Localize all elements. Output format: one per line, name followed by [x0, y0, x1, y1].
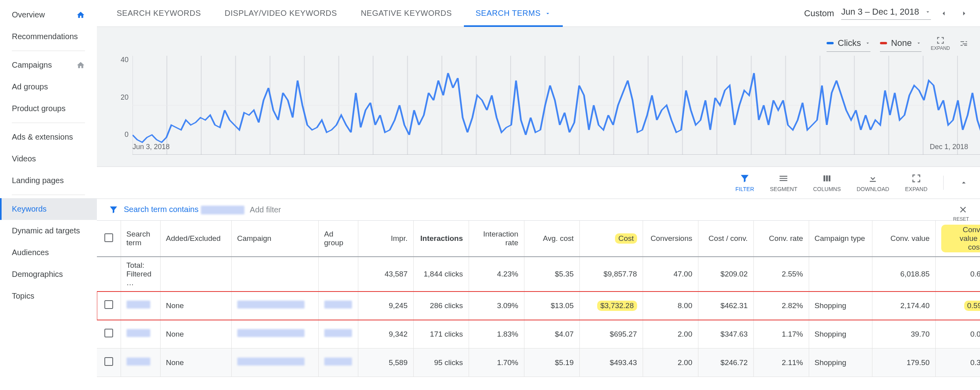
cell: $5.19 — [524, 348, 579, 377]
filter-chip[interactable]: Search term contains — [124, 205, 244, 214]
segment-icon — [778, 173, 789, 184]
table-row[interactable]: None 9,342 171 clicks 1.83% $4.07 $695.2… — [97, 320, 980, 348]
download-button[interactable]: DOWNLOAD — [857, 173, 889, 192]
header-added[interactable]: Added/Excluded — [160, 221, 231, 257]
cell: 8.00 — [643, 292, 698, 320]
tab-search-terms[interactable]: SEARCH TERMS — [464, 0, 563, 27]
next-period-button[interactable] — [956, 6, 972, 21]
cell: 179.50 — [872, 348, 935, 377]
sidebar-label: Ad groups — [12, 82, 48, 91]
tab-negative[interactable]: NEGATIVE KEYWORDS — [349, 0, 464, 27]
header-costconv[interactable]: Cost / conv. — [698, 221, 753, 257]
header-convvalcost[interactable]: Conv. value / cost — [935, 221, 980, 257]
tab-label: SEARCH TERMS — [476, 9, 541, 18]
metric-label: Clicks — [838, 38, 861, 48]
reset-label[interactable]: RESET — [953, 216, 969, 222]
table-row-total: Total: Filtered … 43,587 1,844 clicks 4.… — [97, 257, 980, 292]
header-cost[interactable]: Cost — [579, 221, 643, 257]
header-interactions[interactable]: Interactions — [413, 221, 469, 257]
sidebar-item-ads[interactable]: Ads & extensions — [0, 126, 97, 148]
chart-area: Clicks None EXPAND 40 — [97, 27, 980, 167]
sidebar-item-demographics[interactable]: Demographics — [0, 263, 97, 285]
sidebar-item-productgroups[interactable]: Product groups — [0, 98, 97, 119]
header-impr[interactable]: Impr. — [358, 221, 413, 257]
collapse-toolbar-button[interactable] — [959, 178, 968, 187]
segment-button[interactable]: SEGMENT — [770, 173, 797, 192]
series-swatch-icon — [880, 42, 887, 44]
cell-redacted — [318, 320, 358, 348]
header-irate[interactable]: Interaction rate — [469, 221, 524, 257]
cell: 0.61 — [935, 257, 980, 292]
metric-select-2[interactable]: None — [880, 35, 921, 52]
sidebar-item-audiences[interactable]: Audiences — [0, 242, 97, 263]
sidebar-item-campaigns[interactable]: Campaigns — [0, 54, 97, 76]
cell: None — [160, 348, 231, 377]
sidebar-item-overview[interactable]: Overview — [0, 4, 97, 26]
row-checkbox[interactable] — [97, 320, 121, 348]
sidebar-label: Product groups — [12, 104, 66, 113]
date-range-text: Jun 3 – Dec 1, 2018 — [841, 7, 919, 17]
table-row[interactable]: None 9,245 286 clicks 3.09% $13.05 $3,73… — [97, 292, 980, 320]
cell: $493.43 — [579, 348, 643, 377]
columns-icon — [822, 173, 832, 184]
cell: $695.27 — [579, 320, 643, 348]
caret-down-icon — [916, 40, 921, 46]
columns-button[interactable]: COLUMNS — [813, 173, 841, 192]
header-avgcost[interactable]: Avg. cost — [524, 221, 579, 257]
header-convval[interactable]: Conv. value — [872, 221, 935, 257]
cell-redacted — [121, 292, 160, 320]
header-adgroup[interactable]: Ad group — [318, 221, 358, 257]
home-icon — [76, 11, 85, 19]
metric-label: None — [891, 38, 912, 48]
cell: Shopping — [809, 348, 872, 377]
sliders-icon — [959, 39, 968, 48]
cell-redacted — [121, 348, 160, 377]
header-campaign[interactable]: Campaign — [231, 221, 318, 257]
sidebar-item-landing[interactable]: Landing pages — [0, 170, 97, 191]
header-convrate[interactable]: Conv. rate — [753, 221, 809, 257]
sidebar-label: Overview — [12, 10, 45, 19]
header-search-term[interactable]: Search term — [121, 221, 160, 257]
header-ctype[interactable]: Campaign type — [809, 221, 872, 257]
cell: $4.07 — [524, 320, 579, 348]
home-icon — [76, 61, 85, 70]
sidebar-item-dynamic[interactable]: Dynamic ad targets — [0, 220, 97, 242]
adjust-chart-button[interactable] — [959, 39, 968, 48]
cell: Shopping — [809, 320, 872, 348]
tab-search-keywords[interactable]: SEARCH KEYWORDS — [105, 0, 213, 27]
cell: $209.02 — [698, 257, 753, 292]
x-tick: Jun 3, 2018 — [132, 143, 170, 155]
table-row[interactable]: None 5,589 95 clicks 1.70% $5.19 $493.43… — [97, 348, 980, 377]
row-checkbox[interactable] — [97, 292, 121, 320]
cell: 2.55% — [753, 257, 809, 292]
prev-period-button[interactable] — [936, 6, 952, 21]
sidebar-label: Landing pages — [12, 176, 64, 185]
sidebar-item-keywords[interactable]: Keywords — [0, 198, 97, 220]
sidebar-item-topics[interactable]: Topics — [0, 285, 97, 307]
tabs-row: SEARCH KEYWORDS DISPLAY/VIDEO KEYWORDS N… — [97, 0, 980, 27]
main-content: SEARCH KEYWORDS DISPLAY/VIDEO KEYWORDS N… — [97, 0, 980, 377]
cell: $347.63 — [698, 320, 753, 348]
expand-icon — [936, 36, 945, 45]
chart-svg — [132, 56, 980, 155]
filter-button[interactable]: FILTER — [736, 173, 754, 192]
cell: 2.11% — [753, 348, 809, 377]
cell: 0.36 — [935, 348, 980, 377]
tab-display-video[interactable]: DISPLAY/VIDEO KEYWORDS — [213, 0, 349, 27]
header-conversions[interactable]: Conversions — [643, 221, 698, 257]
sidebar-item-videos[interactable]: Videos — [0, 148, 97, 170]
divider — [943, 176, 944, 190]
header-label: Cost — [615, 233, 637, 244]
date-range-picker[interactable]: Custom Jun 3 – Dec 1, 2018 — [804, 6, 972, 21]
sidebar-item-adgroups[interactable]: Ad groups — [0, 76, 97, 98]
expand-chart-button[interactable]: EXPAND — [931, 36, 950, 51]
row-checkbox[interactable] — [97, 348, 121, 377]
header-checkbox[interactable] — [97, 221, 121, 257]
add-filter-button[interactable]: Add filter — [250, 205, 281, 214]
tool-label: COLUMNS — [813, 186, 841, 192]
close-filter-button[interactable] — [958, 204, 968, 215]
sidebar-item-recommendations[interactable]: Recommendations — [0, 26, 97, 47]
metric-select-1[interactable]: Clicks — [827, 35, 870, 52]
expand-table-button[interactable]: EXPAND — [905, 173, 927, 192]
cell-convvalcost: 0.59 — [935, 292, 980, 320]
